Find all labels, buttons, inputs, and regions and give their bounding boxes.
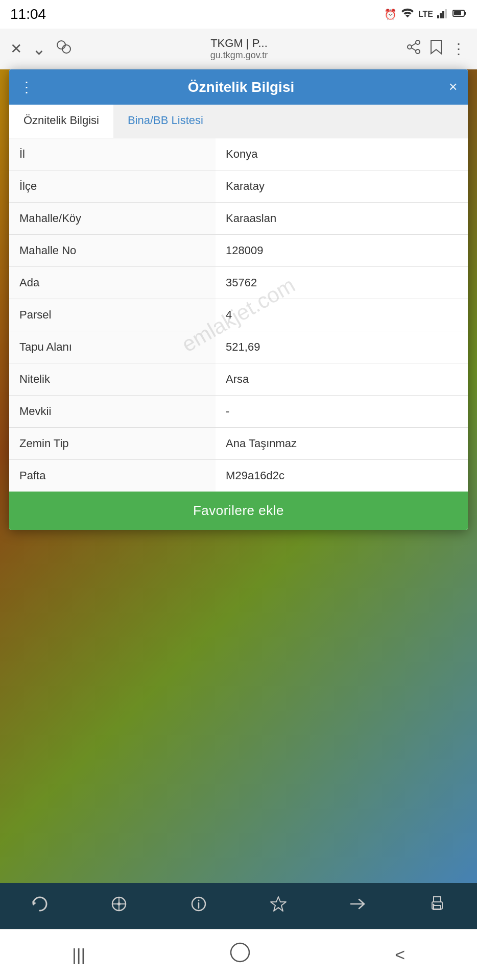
svg-point-10 xyxy=(408,45,412,49)
favorite-button[interactable]: Favorilere ekle xyxy=(9,492,468,530)
battery-icon xyxy=(452,9,467,20)
table-cell-value: Karatay xyxy=(216,170,468,203)
table-row: PaftaM29a16d2c xyxy=(9,460,468,492)
table-cell-key: Zemin Tip xyxy=(9,428,216,460)
svg-rect-25 xyxy=(434,897,441,902)
print-icon[interactable] xyxy=(428,895,446,917)
modal-tabs: Öznitelik Bilgisi Bina/BB Listesi xyxy=(9,105,468,138)
svg-rect-1 xyxy=(440,13,442,18)
table-cell-value: M29a16d2c xyxy=(216,460,468,492)
tab-bina-bb-listesi[interactable]: Bina/BB Listesi xyxy=(113,105,218,138)
svg-line-13 xyxy=(412,48,416,51)
location-icon[interactable] xyxy=(110,895,128,917)
star-icon[interactable] xyxy=(270,895,287,917)
table-cell-key: Mahalle No xyxy=(9,235,216,267)
svg-point-7 xyxy=(57,41,65,49)
table-cell-value: Konya xyxy=(216,138,468,170)
table-cell-key: İlçe xyxy=(9,170,216,203)
refresh-icon[interactable] xyxy=(31,895,49,917)
table-row: Ada35762 xyxy=(9,267,468,299)
share-icon[interactable] xyxy=(407,40,421,58)
table-cell-key: Ada xyxy=(9,267,216,299)
home-icon[interactable] xyxy=(229,942,251,968)
bottom-toolbar xyxy=(0,883,477,929)
table-cell-value: - xyxy=(216,396,468,428)
svg-point-28 xyxy=(231,943,249,962)
table-row: İlKonya xyxy=(9,138,468,170)
table-cell-key: Nitelik xyxy=(9,363,216,396)
close-nav-icon[interactable]: ✕ xyxy=(10,40,22,57)
table-cell-value: 128009 xyxy=(216,235,468,267)
page-url: gu.tkgm.gov.tr xyxy=(82,50,396,61)
table-row: NitelikArsa xyxy=(9,363,468,396)
table-container: emlakjet.com İlKonyaİlçeKaratayMahalle/K… xyxy=(9,138,468,492)
svg-rect-2 xyxy=(442,11,444,18)
table-cell-value: Arsa xyxy=(216,363,468,396)
table-cell-value: 35762 xyxy=(216,267,468,299)
more-icon[interactable]: ⋮ xyxy=(451,40,467,57)
table-cell-key: Mevkii xyxy=(9,396,216,428)
svg-point-11 xyxy=(416,50,420,54)
table-cell-key: İl xyxy=(9,138,216,170)
lte-icon: LTE xyxy=(418,10,433,19)
table-row: Mahalle No128009 xyxy=(9,235,468,267)
arrow-icon[interactable] xyxy=(349,895,366,917)
signal-icon xyxy=(437,8,448,21)
status-bar: 11:04 ⏰ LTE xyxy=(0,0,477,29)
info-icon[interactable] xyxy=(190,895,207,917)
tabs-icon[interactable] xyxy=(56,40,71,58)
svg-rect-6 xyxy=(454,11,461,15)
svg-point-18 xyxy=(117,902,121,905)
table-cell-key: Parsel xyxy=(9,299,216,331)
data-table: İlKonyaİlçeKaratayMahalle/KöyKaraaslanMa… xyxy=(9,138,468,492)
table-row: Mahalle/KöyKaraaslan xyxy=(9,203,468,235)
table-cell-value: Karaaslan xyxy=(216,203,468,235)
modal: ⋮ Öznitelik Bilgisi ✕ Öznitelik Bilgisi … xyxy=(9,69,468,530)
nav-bar: ||| < xyxy=(0,929,477,980)
svg-rect-5 xyxy=(464,12,466,15)
table-cell-key: Mahalle/Köy xyxy=(9,203,216,235)
browser-actions: ⋮ xyxy=(407,39,467,58)
modal-menu-icon[interactable]: ⋮ xyxy=(19,79,34,95)
alarm-icon: ⏰ xyxy=(384,8,397,20)
svg-line-12 xyxy=(412,43,416,46)
table-row: Mevkii- xyxy=(9,396,468,428)
svg-point-21 xyxy=(198,900,200,901)
status-icons: ⏰ LTE xyxy=(384,8,467,21)
wifi-icon xyxy=(401,8,414,21)
table-cell-value: 4 xyxy=(216,299,468,331)
svg-point-27 xyxy=(433,904,435,905)
url-area[interactable]: TKGM | P... gu.tkgm.gov.tr xyxy=(82,37,396,61)
svg-rect-3 xyxy=(445,9,447,18)
back-icon[interactable]: < xyxy=(395,945,405,965)
table-row: Parsel4 xyxy=(9,299,468,331)
table-cell-value: 521,69 xyxy=(216,331,468,363)
table-cell-key: Pafta xyxy=(9,460,216,492)
browser-bar: ✕ ⌄ TKGM | P... gu.tkgm.gov.tr ⋮ xyxy=(0,29,477,69)
page-title: TKGM | P... xyxy=(82,37,396,50)
bookmark-icon[interactable] xyxy=(430,39,442,58)
table-row: Zemin TipAna Taşınmaz xyxy=(9,428,468,460)
modal-close-icon[interactable]: ✕ xyxy=(448,81,458,94)
svg-rect-0 xyxy=(437,15,439,18)
table-row: İlçeKaratay xyxy=(9,170,468,203)
table-cell-value: Ana Taşınmaz xyxy=(216,428,468,460)
svg-point-9 xyxy=(416,40,420,44)
svg-point-8 xyxy=(62,45,70,53)
modal-title: Öznitelik Bilgisi xyxy=(34,79,448,95)
table-row: Tapu Alanı521,69 xyxy=(9,331,468,363)
chevron-down-icon[interactable]: ⌄ xyxy=(32,39,46,59)
back-stack-icon[interactable]: ||| xyxy=(72,945,86,965)
table-cell-key: Tapu Alanı xyxy=(9,331,216,363)
svg-marker-22 xyxy=(271,897,286,911)
tab-oznitelik-bilgisi[interactable]: Öznitelik Bilgisi xyxy=(9,105,113,138)
status-time: 11:04 xyxy=(10,6,46,22)
modal-header: ⋮ Öznitelik Bilgisi ✕ xyxy=(9,69,468,105)
